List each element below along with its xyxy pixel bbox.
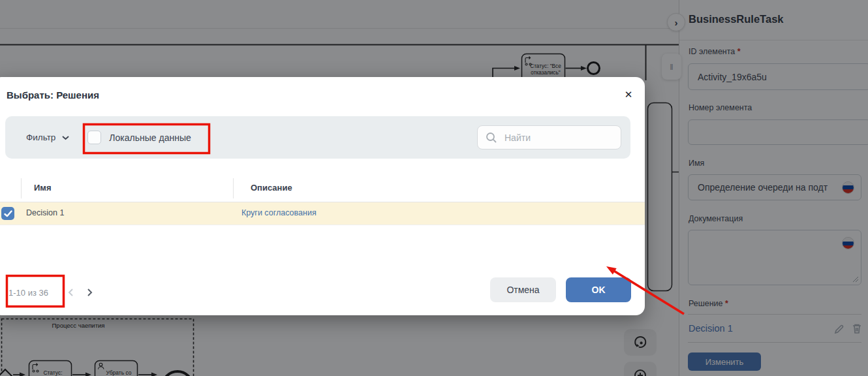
search-input[interactable] <box>503 132 610 144</box>
row-description-cell: Круги согласования <box>241 208 317 217</box>
pagination-range-label: 1-10 из 36 <box>8 288 48 298</box>
check-icon <box>4 210 12 217</box>
pagination: 1-10 из 36 <box>8 283 98 302</box>
row-checkbox-checked[interactable] <box>1 207 14 220</box>
column-separator <box>21 178 22 198</box>
pagination-prev-button[interactable] <box>63 285 78 300</box>
pagination-next-button[interactable] <box>82 285 98 300</box>
chevron-left-icon <box>67 288 74 297</box>
chevron-down-icon <box>61 135 70 140</box>
table-header: Имя Описание <box>0 175 645 202</box>
select-decision-modal: Выбрать: Решения ✕ Фильтр Локальные данн… <box>0 77 645 315</box>
column-header-description[interactable]: Описание <box>251 183 292 193</box>
filter-bar: Фильтр Локальные данные <box>5 116 630 159</box>
app-root: Статус: "Все отказались" Процесс чаепити… <box>0 0 868 376</box>
row-name-cell: Decision 1 <box>26 208 64 217</box>
close-icon[interactable]: ✕ <box>622 88 635 101</box>
filter-dropdown[interactable]: Фильтр <box>26 133 55 142</box>
chevron-right-icon <box>87 288 93 297</box>
column-separator <box>233 178 234 198</box>
search-field <box>477 125 621 149</box>
column-header-name[interactable]: Имя <box>34 183 52 193</box>
ok-button[interactable]: OK <box>566 277 631 302</box>
local-data-checkbox[interactable] <box>87 131 101 144</box>
local-data-checkbox-label: Локальные данные <box>109 133 191 143</box>
cancel-button[interactable]: Отмена <box>490 277 556 302</box>
table-row[interactable]: Decision 1 Круги согласования <box>0 202 645 225</box>
modal-title: Выбрать: Решения <box>7 89 99 101</box>
search-icon <box>486 132 497 144</box>
